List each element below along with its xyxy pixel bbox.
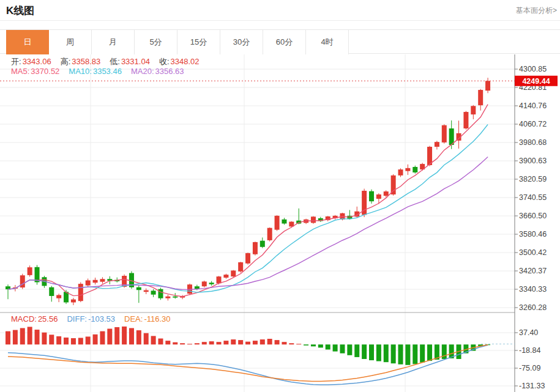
macd-histogram-bar [122, 327, 127, 344]
info-item: MACD:25.56 [11, 314, 58, 324]
candle-body [471, 106, 476, 114]
macd-histogram-bar [253, 341, 258, 344]
macd-histogram-bar [223, 341, 228, 344]
candle-body [391, 176, 396, 194]
macd-histogram-bar [114, 327, 119, 344]
candle-body [136, 287, 141, 290]
price-tick-label: 4300.85 [519, 65, 547, 73]
candle-body [100, 279, 105, 281]
candle-body [56, 295, 61, 298]
candle-body [413, 167, 417, 172]
price-tick-label: 3820.59 [519, 175, 547, 183]
macd-histogram-bar [180, 343, 185, 344]
candle-body [245, 253, 250, 264]
info-item: 收:3348.02 [159, 56, 200, 67]
price-tick-label: 3340.33 [519, 285, 547, 294]
macd-tick-label: -18.84 [519, 346, 540, 355]
ma-readout: MA5:3370.52MA10:3353.46MA20:3356.63 [11, 67, 184, 76]
candle-body [20, 275, 25, 287]
price-tick-label: 3660.50 [519, 212, 547, 220]
info-item: 高:3358.83 [61, 56, 101, 67]
candle-body [71, 300, 76, 303]
price-tick-label: 4140.76 [519, 102, 547, 110]
candle-body [202, 281, 207, 286]
price-tick-label: 3740.55 [519, 193, 547, 202]
macd-histogram-bar [49, 335, 54, 344]
macd-histogram-bar [296, 344, 301, 344]
candle-body [78, 284, 83, 301]
macd-histogram-bar [151, 336, 156, 344]
macd-readout: MACD:25.56DIFF:-103.53DEA:-116.30 [11, 314, 171, 324]
candle-body [93, 280, 98, 283]
macd-histogram-bar [289, 343, 294, 344]
candle-body [86, 280, 91, 285]
macd-histogram-bar [86, 336, 91, 344]
candle-body [376, 194, 381, 199]
macd-histogram-bar [282, 342, 286, 344]
info-item: DIFF:-103.53 [67, 314, 115, 324]
macd-histogram-bar [71, 338, 76, 344]
candle-body [260, 241, 265, 247]
info-item: DEA:-116.30 [124, 314, 170, 324]
macd-histogram-bar [93, 335, 98, 344]
macd-histogram-bar [398, 344, 403, 364]
candle-body [405, 168, 410, 171]
candle-body [158, 289, 163, 298]
macd-histogram-bar [35, 330, 40, 344]
macd-histogram-bar [107, 329, 112, 345]
candle-body [282, 220, 286, 224]
macd-histogram-bar [209, 341, 214, 344]
macd-histogram-bar [267, 339, 272, 344]
candle-body [384, 191, 389, 196]
macd-histogram-bar [354, 344, 359, 357]
price-tick-label: 3500.42 [519, 248, 547, 257]
candle-body [311, 216, 316, 223]
macd-histogram-bar [217, 342, 222, 344]
current-price-tag-label: 4249.44 [522, 77, 550, 86]
macd-histogram-bar [420, 344, 425, 362]
price-tick-label: 4060.72 [519, 120, 547, 128]
macd-histogram-bar [28, 327, 32, 344]
candle-body [151, 290, 156, 294]
macd-histogram-bar [275, 340, 280, 344]
macd-histogram-bar [347, 344, 352, 355]
macd-histogram-bar [326, 344, 330, 349]
macd-histogram-bar [6, 331, 10, 345]
candle-body [173, 297, 177, 298]
candle-body [238, 262, 243, 272]
macd-histogram-bar [129, 328, 134, 344]
info-item: MA10:3353.46 [69, 67, 122, 76]
candle-body [253, 242, 258, 254]
candle-body [28, 267, 32, 275]
price-tick-label: 3580.46 [519, 230, 547, 239]
macd-histogram-bar [158, 339, 163, 345]
macd-histogram-bar [144, 333, 149, 345]
candle-body [398, 169, 403, 176]
macd-histogram-bar [304, 344, 308, 346]
macd-histogram-bar [136, 330, 141, 344]
macd-tick-label: -75.09 [519, 364, 540, 372]
candle-body [442, 125, 447, 142]
candle-body [449, 128, 454, 145]
macd-histogram-bar [238, 340, 243, 344]
macd-histogram-bar [42, 333, 47, 345]
macd-histogram-bar [260, 339, 265, 344]
price-tick-label: 3900.63 [519, 157, 547, 165]
info-item: 低:3331.04 [110, 56, 150, 67]
macd-histogram-bar [231, 339, 236, 344]
macd-histogram-bar [427, 344, 432, 361]
macd-histogram-bar [187, 344, 192, 344]
macd-histogram-bar [391, 344, 396, 363]
macd-histogram-bar [369, 344, 374, 360]
macd-histogram-bar [245, 342, 250, 345]
macd-histogram-bar [311, 344, 316, 346]
macd-histogram-bar [195, 343, 200, 344]
macd-histogram-bar [384, 344, 389, 362]
candle-body [463, 112, 468, 128]
price-tick-label: 3420.37 [519, 267, 547, 275]
macd-histogram-bar [100, 331, 105, 345]
price-tick-label: 3260.28 [519, 303, 547, 312]
candle-body [275, 216, 280, 230]
macd-histogram-bar [56, 336, 61, 344]
macd-histogram-bar [413, 344, 417, 364]
